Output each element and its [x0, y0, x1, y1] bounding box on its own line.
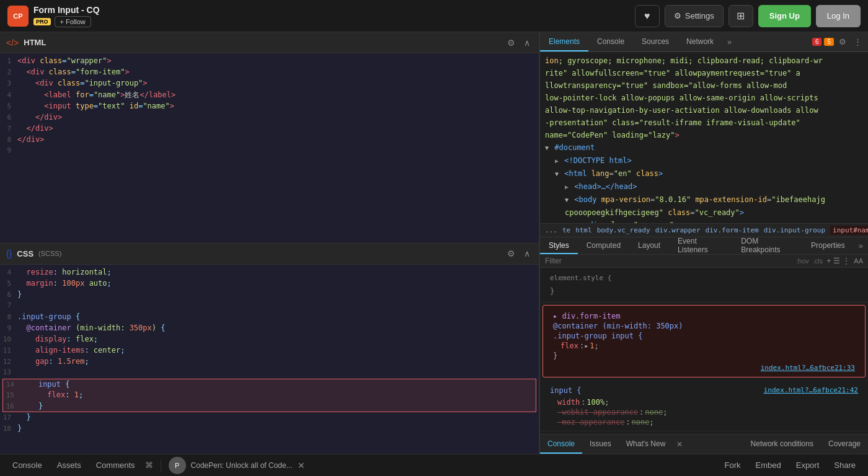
dom-tree-line[interactable]: llowtransparency="true" sandbox="allow-f… [540, 79, 868, 92]
tab-elements[interactable]: Elements [540, 32, 588, 51]
dt-bottom-console[interactable]: Console [540, 434, 582, 454]
input-selector: input { [550, 386, 582, 395]
more-actions-btn[interactable]: ⋮ [843, 257, 850, 265]
code-content: } [17, 413, 539, 421]
css-code-line: 16 } [2, 401, 536, 412]
breadcrumb-item[interactable]: te [562, 226, 570, 234]
css-code-line: 15 flex: 1; [2, 390, 536, 401]
css-code-line: 13 [0, 368, 539, 379]
font-size-btn[interactable]: AA [854, 257, 863, 265]
pro-avatar: P [169, 457, 186, 474]
html-panel-header: </> HTML ⚙ ∧ [0, 32, 539, 53]
styles-panel: element.style { } ▸ div.form-item @conta… [540, 268, 868, 434]
main-area: </> HTML ⚙ ∧ 1<div class="wrapper">2 <di… [0, 32, 868, 454]
css-code-line: 18} [0, 423, 539, 434]
subtab-event-listeners[interactable]: Event Listeners [669, 237, 732, 254]
line-number: 5 [0, 102, 17, 110]
line-number: 6 [0, 291, 17, 299]
dt-bottom-network-conditions[interactable]: Network conditions [743, 434, 821, 454]
styles-filter-row: :hov .cls + ☰ ⋮ AA [540, 255, 868, 268]
dom-tree-line[interactable]: ▼ #document [540, 141, 868, 154]
input-group-input-selector: .input-group input { [553, 332, 855, 340]
dom-tree-line[interactable]: name="CodePen" loading="lazy"> [540, 129, 868, 141]
breadcrumb-item[interactable]: input#name [830, 226, 868, 235]
login-button[interactable]: Log In [816, 5, 861, 27]
follow-button[interactable]: + Follow [55, 16, 91, 27]
subtab-more[interactable]: » [854, 237, 868, 254]
settings-button[interactable]: ⚙ Settings [665, 5, 724, 27]
fork-button[interactable]: Fork [720, 458, 746, 472]
html-collapse-button[interactable]: ∧ [521, 37, 533, 49]
line-number: 5 [0, 280, 17, 288]
code-content: } [17, 424, 539, 433]
container-rule-content: ▸ div.form-item @container (min-width: 3… [548, 309, 860, 363]
css-collapse-button[interactable]: ∧ [521, 247, 533, 260]
css-settings-button[interactable]: ⚙ [505, 247, 518, 260]
subtab-computed[interactable]: Computed [578, 237, 629, 254]
breadcrumb-item[interactable]: div.input-group [764, 226, 825, 234]
source-link-2[interactable]: index.html?…6afbce21:42 [764, 386, 858, 395]
tab-console[interactable]: Console [588, 32, 633, 51]
assets-button[interactable]: Assets [52, 458, 86, 472]
tab-network[interactable]: Network [678, 32, 722, 51]
dom-tree-line[interactable]: ion; gyroscope; microphone; midi; clipbo… [540, 55, 868, 67]
devtools-more-btn[interactable]: ⋮ [851, 36, 864, 48]
layout-button[interactable]: ⊞ [728, 5, 753, 27]
tab-more[interactable]: » [722, 32, 737, 51]
dom-tree-line[interactable]: cpooopoegkifhgecigeeg" class="vc_ready"> [540, 206, 868, 219]
dt-bottom-whats-new[interactable]: What's New [619, 434, 673, 454]
new-rule-btn[interactable]: ☰ [833, 257, 840, 265]
comments-button[interactable]: Comments [91, 458, 140, 472]
source-link-1[interactable]: index.html?…6afbce21:33 [761, 364, 855, 372]
line-number: 14 [3, 381, 20, 389]
close-notify-button[interactable]: ✕ [298, 461, 305, 470]
html-settings-button[interactable]: ⚙ [505, 37, 518, 49]
width-prop: width [557, 398, 580, 407]
webkit-rule: -webkit-appearance : none ; [545, 407, 863, 417]
css-code-line: 10 display: flex; [0, 334, 539, 345]
dt-bottom-close[interactable]: ✕ [673, 434, 686, 454]
styles-filter-input[interactable] [545, 257, 792, 265]
breadcrumb-item[interactable]: body.vc_ready [597, 226, 650, 234]
dom-tree-line[interactable]: ▼ <html lang="en" class> [540, 167, 868, 180]
dt-bottom-issues[interactable]: Issues [582, 434, 619, 454]
breadcrumb-item[interactable]: html [575, 226, 592, 234]
dom-tree-line[interactable]: allow-top-navigation-by-user-activation … [540, 104, 868, 117]
line-number: 13 [0, 368, 17, 376]
dom-tree-line[interactable]: ▶ <head>…</head> [540, 180, 868, 193]
add-style-btn[interactable]: + [826, 257, 831, 265]
dt-bottom-coverage[interactable]: Coverage [821, 434, 868, 454]
subtab-dom-breakpoints[interactable]: DOM Breakpoints [732, 237, 802, 254]
moz-colon: : [624, 418, 631, 426]
html-panel: </> HTML ⚙ ∧ 1<div class="wrapper">2 <di… [0, 32, 539, 244]
subtab-properties[interactable]: Properties [802, 237, 854, 254]
console-button[interactable]: Console [7, 458, 47, 472]
dom-tree-line[interactable]: -presentation" class="result-iframe ifra… [540, 117, 868, 129]
webkit-prop: -webkit-appearance [557, 408, 638, 416]
dom-tree-line[interactable]: rite" allowfullscreen="true" allowpaymen… [540, 67, 868, 79]
breadcrumb-item[interactable]: ... [545, 226, 557, 234]
share-button[interactable]: Share [829, 458, 861, 472]
dom-tree-line[interactable]: ▼ <div class="wrapper"> [540, 219, 868, 223]
css-code-line: 14 input { [2, 379, 536, 390]
dom-tree-line[interactable]: low-pointer-lock allow-popups allow-same… [540, 92, 868, 104]
dom-tree[interactable]: ion; gyroscope; microphone; midi; clipbo… [540, 52, 868, 223]
embed-button[interactable]: Embed [751, 458, 786, 472]
code-content: align-items: center; [17, 346, 539, 355]
css-code-area[interactable]: 4 resize: horizontal;5 margin: 100px aut… [0, 265, 539, 454]
subtab-styles[interactable]: Styles [540, 237, 578, 254]
code-content: .input-group { [17, 312, 539, 321]
subtab-layout[interactable]: Layout [629, 237, 669, 254]
html-code-area[interactable]: 1<div class="wrapper">2 <div class="form… [0, 53, 539, 243]
devtools-settings-btn[interactable]: ⚙ [836, 36, 849, 48]
export-button[interactable]: Export [791, 458, 825, 472]
tab-sources[interactable]: Sources [633, 32, 678, 51]
dom-tree-line[interactable]: ▶ <!DOCTYPE html> [540, 154, 868, 167]
breadcrumb-item[interactable]: div.wrapper [655, 226, 701, 234]
signup-button[interactable]: Sign Up [758, 5, 811, 27]
heart-button[interactable]: ♥ [635, 5, 660, 27]
line-number: 4 [0, 268, 17, 276]
css-panel-header: {} CSS (SCSS) ⚙ ∧ [0, 244, 539, 265]
breadcrumb-item[interactable]: div.form-item [706, 226, 759, 234]
dom-tree-line[interactable]: ▼ <body mpa-version="8.0.16" mpa-extensi… [540, 193, 868, 206]
